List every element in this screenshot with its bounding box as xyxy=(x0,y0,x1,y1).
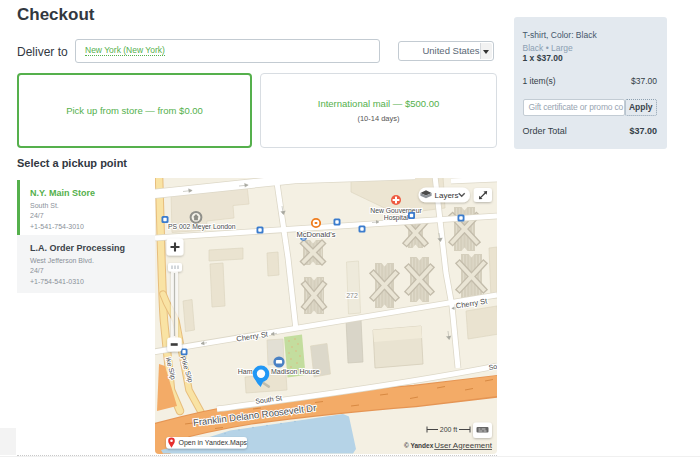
svg-text:Sou: Sou xyxy=(488,362,497,371)
svg-text:Ham: Ham xyxy=(238,368,253,375)
svg-text:PS 002 Meyer London: PS 002 Meyer London xyxy=(168,223,236,231)
svg-text:User Agreement: User Agreement xyxy=(434,441,493,450)
svg-text:Hospital: Hospital xyxy=(384,214,409,222)
svg-text:Open in Yandex.Maps: Open in Yandex.Maps xyxy=(179,439,248,447)
svg-text:Layers: Layers xyxy=(435,191,459,200)
svg-text:272: 272 xyxy=(346,292,358,299)
svg-text:McDonald's: McDonald's xyxy=(297,230,336,239)
svg-text:200 ft: 200 ft xyxy=(440,426,458,433)
svg-text:New Gouverneur: New Gouverneur xyxy=(370,207,422,214)
svg-text:Madison House: Madison House xyxy=(271,368,320,375)
svg-text:© Yandex: © Yandex xyxy=(404,442,434,449)
